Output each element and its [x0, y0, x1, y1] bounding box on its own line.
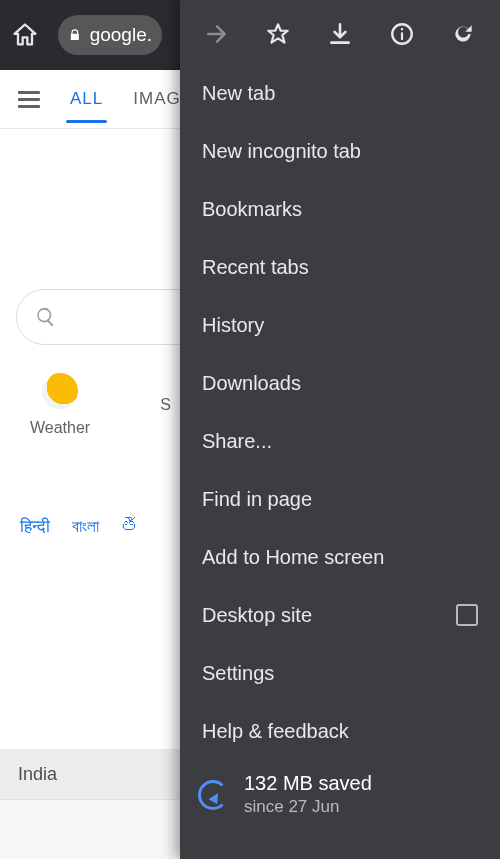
url-text: google. [90, 24, 152, 46]
menu-item-label: Bookmarks [202, 198, 302, 221]
lock-icon [68, 27, 82, 43]
menu-item-label: Desktop site [202, 604, 312, 627]
menu-item-desktop-site[interactable]: Desktop site [180, 586, 500, 644]
data-saver-row[interactable]: 132 MB saved since 27 Jun [180, 760, 500, 837]
tab-all[interactable]: ALL [70, 89, 103, 109]
menu-item-new-incognito-tab[interactable]: New incognito tab [180, 122, 500, 180]
menu-item-new-tab[interactable]: New tab [180, 64, 500, 122]
page-info-button[interactable] [389, 21, 415, 51]
data-saver-amount: 132 MB saved [244, 772, 372, 795]
desktop-site-checkbox[interactable] [456, 604, 478, 626]
menu-item-label: New incognito tab [202, 140, 361, 163]
svg-rect-2 [400, 28, 402, 30]
data-saver-icon [198, 780, 228, 810]
arrow-right-icon [204, 21, 230, 47]
download-page-button[interactable] [327, 21, 353, 51]
menu-item-downloads[interactable]: Downloads [180, 354, 500, 412]
menu-item-recent-tabs[interactable]: Recent tabs [180, 238, 500, 296]
reload-icon [450, 21, 476, 47]
menu-item-bookmarks[interactable]: Bookmarks [180, 180, 500, 238]
reload-button[interactable] [450, 21, 476, 51]
star-icon [265, 21, 291, 47]
home-button[interactable] [10, 21, 40, 49]
lang-link[interactable]: తె [121, 517, 138, 537]
footer-country-label: India [18, 764, 57, 785]
search-icon [35, 306, 57, 328]
menu-item-label: Find in page [202, 488, 312, 511]
menu-item-help-feedback[interactable]: Help & feedback [180, 702, 500, 760]
menu-item-label: History [202, 314, 264, 337]
weather-icon [42, 373, 78, 409]
menu-item-share[interactable]: Share... [180, 412, 500, 470]
shortcut-label: Weather [30, 419, 90, 437]
download-icon [327, 21, 353, 47]
menu-item-find-in-page[interactable]: Find in page [180, 470, 500, 528]
menu-item-label: Add to Home screen [202, 546, 384, 569]
menu-item-settings[interactable]: Settings [180, 644, 500, 702]
shortcut-second[interactable]: S [160, 396, 171, 414]
menu-item-label: Settings [202, 662, 274, 685]
data-saver-since: since 27 Jun [244, 797, 372, 817]
menu-item-label: Help & feedback [202, 720, 349, 743]
address-bar[interactable]: google. [58, 15, 162, 55]
menu-item-add-to-home-screen[interactable]: Add to Home screen [180, 528, 500, 586]
overflow-menu: New tabNew incognito tabBookmarksRecent … [180, 0, 500, 859]
info-icon [389, 21, 415, 47]
lang-link[interactable]: বাংলা [72, 517, 99, 537]
forward-button[interactable] [204, 21, 230, 51]
hamburger-menu-button[interactable] [18, 91, 40, 108]
menu-item-label: Downloads [202, 372, 301, 395]
menu-item-label: Recent tabs [202, 256, 309, 279]
shortcut-weather[interactable]: Weather [30, 373, 90, 437]
home-icon [11, 21, 39, 49]
menu-item-history[interactable]: History [180, 296, 500, 354]
svg-rect-1 [400, 32, 402, 40]
menu-quick-actions [180, 8, 500, 64]
menu-item-label: New tab [202, 82, 275, 105]
shortcut-label: S [160, 396, 171, 414]
lang-link[interactable]: हिन्दी [20, 517, 50, 537]
bookmark-button[interactable] [265, 21, 291, 51]
menu-item-label: Share... [202, 430, 272, 453]
